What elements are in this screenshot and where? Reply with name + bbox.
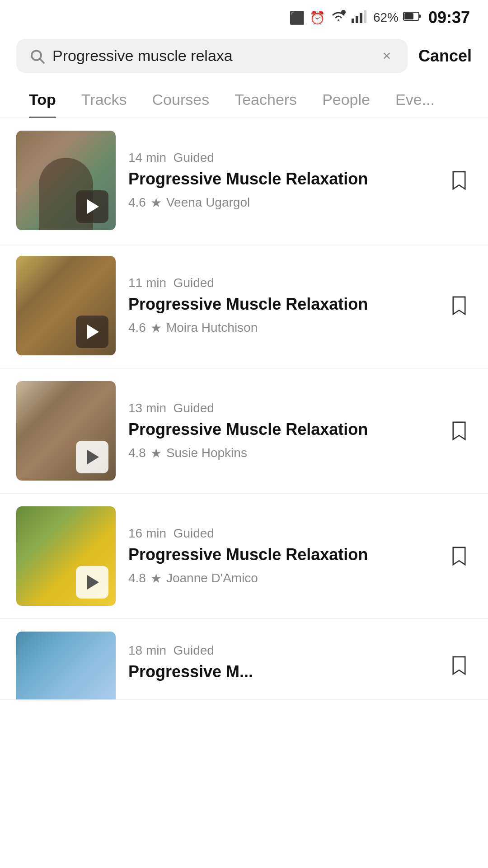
play-icon — [87, 450, 99, 464]
cancel-button[interactable]: Cancel — [418, 47, 472, 66]
tab-courses[interactable]: Courses — [140, 80, 222, 118]
track-title: Progressive Muscle Relaxation — [128, 169, 434, 190]
track-title: Progressive Muscle Relaxation — [128, 294, 434, 315]
track-item[interactable]: 14 min Guided Progressive Muscle Relaxat… — [0, 118, 488, 243]
track-title: Progressive Muscle Relaxation — [128, 419, 434, 440]
tab-people[interactable]: People — [310, 80, 383, 118]
clock-icon: ⏰ — [310, 10, 325, 25]
track-thumbnail — [16, 131, 116, 230]
track-info: 13 min Guided Progressive Muscle Relaxat… — [128, 401, 434, 461]
track-thumbnail — [16, 256, 116, 355]
wifi-icon — [330, 9, 347, 26]
status-time: 09:37 — [428, 8, 470, 27]
bookmark-button[interactable] — [446, 543, 472, 569]
bookmark-button[interactable] — [446, 293, 472, 318]
notification-icon: ⬛ — [289, 10, 305, 25]
svg-rect-1 — [352, 19, 354, 23]
tab-events[interactable]: Eve... — [383, 80, 447, 118]
search-input-wrapper[interactable]: Progressive muscle relaxa × — [16, 39, 408, 73]
track-title: Progressive M... — [128, 661, 434, 683]
svg-point-0 — [341, 10, 346, 14]
tabs-container: Top Tracks Courses Teachers People Eve..… — [0, 80, 488, 118]
svg-line-9 — [40, 59, 44, 62]
svg-rect-6 — [419, 14, 421, 18]
svg-rect-4 — [364, 10, 366, 23]
track-info: 14 min Guided Progressive Muscle Relaxat… — [128, 151, 434, 210]
battery-percentage: 62% — [373, 10, 399, 25]
track-meta: 13 min Guided — [128, 401, 434, 415]
track-thumbnail — [16, 506, 116, 606]
star-icon: ★ — [150, 446, 162, 461]
search-input-text: Progressive muscle relaxa — [52, 47, 371, 65]
track-info: 11 min Guided Progressive Muscle Relaxat… — [128, 276, 434, 335]
star-icon: ★ — [150, 571, 162, 586]
search-icon — [29, 48, 45, 64]
track-rating: 4.8 ★ Susie Hopkins — [128, 446, 434, 461]
track-list: 14 min Guided Progressive Muscle Relaxat… — [0, 118, 488, 700]
track-rating: 4.6 ★ Moira Hutchison — [128, 321, 434, 335]
track-meta: 14 min Guided — [128, 151, 434, 165]
signal-icon — [352, 9, 369, 26]
play-button[interactable] — [76, 316, 108, 348]
play-icon — [87, 199, 99, 214]
play-icon — [87, 575, 99, 590]
svg-rect-2 — [356, 16, 358, 23]
track-item[interactable]: 13 min Guided Progressive Muscle Relaxat… — [0, 368, 488, 494]
track-meta: 18 min Guided — [128, 643, 434, 658]
battery-icon — [403, 10, 421, 25]
svg-rect-7 — [404, 13, 413, 19]
track-rating: 4.6 ★ Veena Ugargol — [128, 195, 434, 210]
track-meta: 11 min Guided — [128, 276, 434, 290]
tab-teachers[interactable]: Teachers — [222, 80, 310, 118]
tab-tracks[interactable]: Tracks — [69, 80, 140, 118]
play-icon — [87, 325, 99, 339]
play-button[interactable] — [76, 190, 108, 223]
track-item[interactable]: 18 min Guided Progressive M... — [0, 619, 488, 700]
star-icon: ★ — [150, 321, 162, 335]
bookmark-button[interactable] — [446, 418, 472, 443]
tab-top[interactable]: Top — [16, 80, 69, 118]
track-info: 16 min Guided Progressive Muscle Relaxat… — [128, 526, 434, 586]
svg-rect-3 — [360, 13, 362, 23]
track-title: Progressive Muscle Relaxation — [128, 544, 434, 566]
bookmark-button[interactable] — [446, 168, 472, 193]
status-bar: ⬛ ⏰ 62% 09:37 — [0, 0, 488, 32]
search-bar-container: Progressive muscle relaxa × Cancel — [0, 32, 488, 80]
track-item[interactable]: 11 min Guided Progressive Muscle Relaxat… — [0, 243, 488, 368]
track-thumbnail — [16, 632, 116, 699]
status-icons: ⬛ ⏰ 62% — [289, 9, 421, 26]
track-meta: 16 min Guided — [128, 526, 434, 541]
track-thumbnail — [16, 381, 116, 481]
track-rating: 4.8 ★ Joanne D'Amico — [128, 571, 434, 586]
play-button[interactable] — [76, 566, 108, 599]
play-button[interactable] — [76, 441, 108, 473]
track-info: 18 min Guided Progressive M... — [128, 643, 434, 688]
track-item[interactable]: 16 min Guided Progressive Muscle Relaxat… — [0, 494, 488, 619]
bookmark-button[interactable] — [446, 653, 472, 678]
search-clear-button[interactable]: × — [379, 48, 395, 64]
star-icon: ★ — [150, 195, 162, 210]
